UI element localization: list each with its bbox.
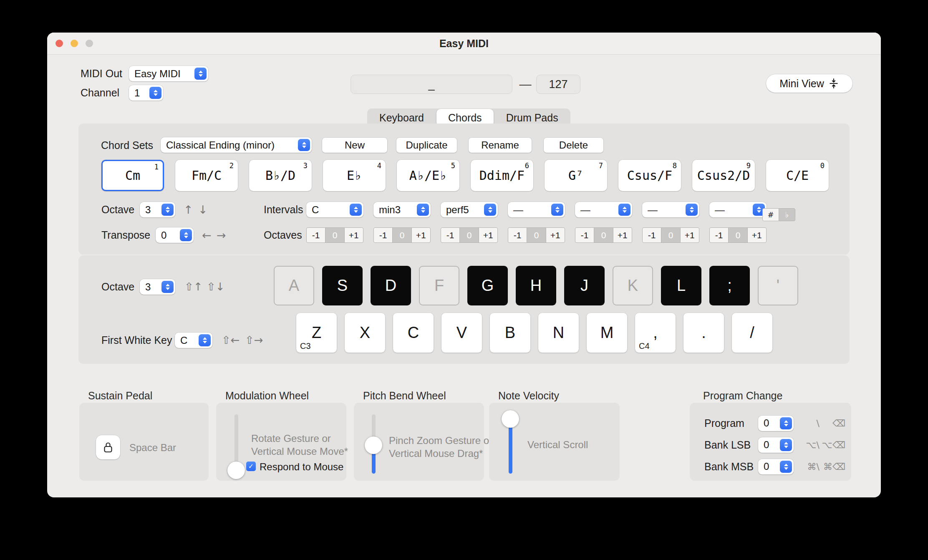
interval-3-octave-0[interactable]: 0 <box>460 228 478 242</box>
interval-6-octave-1[interactable]: -1 <box>643 228 661 242</box>
interval-popup-2[interactable]: min3 <box>373 202 431 217</box>
interval-popup-3[interactable]: perf5 <box>441 202 498 217</box>
transpose-right-arrow[interactable]: → <box>217 227 226 243</box>
mini-view-button[interactable]: Mini View <box>766 74 852 93</box>
program-clear-shortcut: ⌫ <box>820 418 845 429</box>
key-quote[interactable]: ' <box>758 266 798 305</box>
delete-button[interactable]: Delete <box>544 138 603 153</box>
key-n[interactable]: N <box>538 313 579 353</box>
chord-button-c-e[interactable]: 0C/E <box>766 160 829 191</box>
key-b[interactable]: B <box>490 313 530 353</box>
interval-1-octave-1[interactable]: -1 <box>307 228 325 242</box>
chord-octave-popup[interactable]: 3 <box>140 202 175 217</box>
channel-popup[interactable]: 1 <box>129 85 163 101</box>
key-f[interactable]: F <box>419 266 459 305</box>
interval-4-octave-1[interactable]: -1 <box>508 228 527 242</box>
chord-name: Csus2/D <box>697 168 750 183</box>
key-l[interactable]: L <box>661 266 701 305</box>
chord-button-cm[interactable]: 1Cm <box>101 160 164 191</box>
interval-5-octave-0[interactable]: 0 <box>594 228 613 242</box>
interval-7-octave-0[interactable]: 0 <box>729 228 747 242</box>
key-z[interactable]: ZC3 <box>296 313 337 353</box>
interval-3-octave-1[interactable]: -1 <box>441 228 459 242</box>
respond-to-mouse-checkbox[interactable]: ✓ <box>246 462 256 471</box>
key-slash[interactable]: / <box>732 313 772 353</box>
key-m[interactable]: M <box>587 313 627 353</box>
chord-key-hint: 7 <box>599 161 603 170</box>
key-a[interactable]: A <box>274 266 314 305</box>
new-button[interactable]: New <box>322 138 387 153</box>
popup-stepper-icon <box>780 417 792 429</box>
interval-2-octave-1[interactable]: -1 <box>374 228 392 242</box>
key-semicolon[interactable]: ; <box>709 266 750 305</box>
interval-7-octave-1[interactable]: -1 <box>710 228 728 242</box>
chord-button-fm-c[interactable]: 2Fm/C <box>175 160 238 191</box>
duplicate-button[interactable]: Duplicate <box>396 138 457 153</box>
modulation-wheel-panel: Rotate Gesture or Vertical Mouse Move* ✓… <box>216 403 346 481</box>
desktop-background: Easy MIDI MIDI Out Easy MIDI Channel 1 _… <box>0 0 928 560</box>
chord-button-ddim-f[interactable]: 6Ddim/F <box>471 160 533 191</box>
chord-button-b-d[interactable]: 3B♭/D <box>249 160 312 191</box>
modulation-slider-thumb[interactable] <box>227 462 245 479</box>
chord-set-popup[interactable]: Classical Ending (minor) <box>161 137 312 153</box>
interval-5-octave-1[interactable]: -1 <box>575 228 594 242</box>
key-period[interactable]: . <box>683 313 724 353</box>
interval-popup-4[interactable]: — <box>508 202 565 217</box>
bank-lsb-clear-shortcut: ⌥⌫ <box>820 440 845 450</box>
octave-down-arrow[interactable]: ↓ <box>198 202 208 217</box>
key-s[interactable]: S <box>322 266 363 305</box>
rename-button[interactable]: Rename <box>469 138 532 153</box>
key-x[interactable]: X <box>345 313 385 353</box>
sustain-button[interactable] <box>96 435 120 459</box>
first-white-key-popup[interactable]: C <box>175 333 212 348</box>
bank-lsb-stepper[interactable]: 0 <box>758 437 794 453</box>
transpose-popup[interactable]: 0 <box>156 227 194 243</box>
transpose-left-arrow[interactable]: ← <box>202 227 212 243</box>
interval-5-octave-1[interactable]: +1 <box>613 228 632 242</box>
channel-label: Channel <box>81 85 119 101</box>
chord-button-a-e[interactable]: 5A♭/E♭ <box>397 160 459 191</box>
interval-4-octave-1[interactable]: +1 <box>546 228 565 242</box>
key-h[interactable]: H <box>516 266 556 305</box>
pitch-bend-slider-thumb[interactable] <box>365 436 382 454</box>
key-j[interactable]: J <box>564 266 605 305</box>
key-v[interactable]: V <box>441 313 482 353</box>
interval-6-octave-1[interactable]: +1 <box>681 228 699 242</box>
key-g[interactable]: G <box>467 266 508 305</box>
interval-3-octave-1[interactable]: +1 <box>479 228 497 242</box>
key-d[interactable]: D <box>371 266 411 305</box>
chord-button-e[interactable]: 4E♭ <box>323 160 386 191</box>
popup-stepper-icon <box>780 439 792 451</box>
key-comma[interactable]: ,C4 <box>635 313 676 353</box>
interval-popup-6[interactable]: — <box>642 202 699 217</box>
interval-7-octave-1[interactable]: +1 <box>748 228 766 242</box>
interval-1-octave-1[interactable]: +1 <box>345 228 363 242</box>
chord-button-csus2-d[interactable]: 9Csus2/D <box>692 160 755 191</box>
chord-name: B♭/D <box>265 168 295 183</box>
bank-msb-stepper[interactable]: 0 <box>758 459 794 474</box>
interval-popup-7[interactable]: — <box>709 202 767 217</box>
octave-up-arrow[interactable]: ↑ <box>184 202 193 217</box>
velocity-slider-thumb[interactable] <box>502 410 519 428</box>
accidental-flat[interactable]: ♭ <box>779 209 795 221</box>
interval-popup-5[interactable]: — <box>575 202 632 217</box>
interval-2-octave-0[interactable]: 0 <box>393 228 411 242</box>
interval-4-octave-0[interactable]: 0 <box>527 228 545 242</box>
interval-1-octave-0[interactable]: 0 <box>325 228 344 242</box>
accidental-toggle: #♭ <box>762 208 795 221</box>
interval-popup-1[interactable]: C <box>306 202 363 217</box>
midi-out-popup[interactable]: Easy MIDI <box>129 66 208 81</box>
interval-popup-3-value: perf5 <box>441 204 469 216</box>
interval-popup-2-value: min3 <box>373 204 401 216</box>
interval-2-octave-1[interactable]: +1 <box>412 228 430 242</box>
window-title: Easy MIDI <box>47 33 881 54</box>
chord-key-hint: 5 <box>451 161 455 170</box>
keyboard-octave-popup[interactable]: 3 <box>140 279 175 295</box>
interval-6-octave-0[interactable]: 0 <box>661 228 680 242</box>
chord-button-csus-f[interactable]: 8Csus/F <box>618 160 681 191</box>
chord-button-g[interactable]: 7G⁷ <box>545 160 607 191</box>
program-stepper[interactable]: 0 <box>758 416 794 431</box>
accidental-sharp[interactable]: # <box>763 209 779 221</box>
key-c[interactable]: C <box>393 313 434 353</box>
key-k[interactable]: K <box>613 266 653 305</box>
